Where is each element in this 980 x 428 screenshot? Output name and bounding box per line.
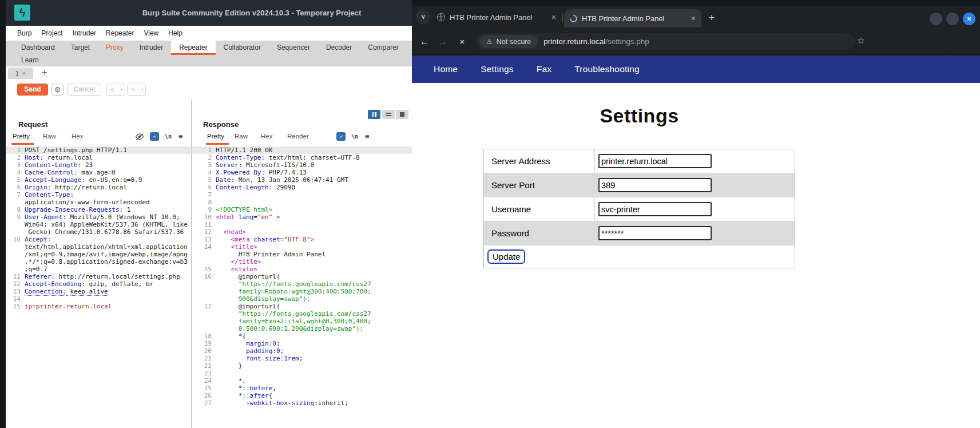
line-number: 18	[192, 332, 216, 340]
dropdown-icon[interactable]: ▾	[118, 88, 125, 92]
menu-item-view[interactable]: View	[144, 29, 158, 37]
editor-menu-icon[interactable]: ≡	[365, 132, 370, 141]
burp-tab-intruder[interactable]: Intruder	[132, 41, 171, 55]
stop-loading-icon[interactable]: ×	[455, 35, 469, 49]
response-editor[interactable]: 1HTTP/1.1 200 OK2Content-Type: text/html…	[192, 146, 412, 407]
burp-tab-sequencer[interactable]: Sequencer	[269, 41, 318, 55]
burp-tab-collaborator[interactable]: Collaborator	[216, 41, 269, 55]
browser-tab-2-active[interactable]: HTB Printer Admin Panel ×	[564, 9, 701, 27]
new-tab-button[interactable]: +	[705, 11, 719, 25]
url-text[interactable]: printer.return.local/settings.php	[543, 37, 649, 46]
code-line: 19 margin:0;	[192, 340, 412, 347]
cancel-button[interactable]: Cancel	[68, 84, 101, 96]
prev-request-button[interactable]: <▾	[106, 84, 125, 96]
browser-tab-1[interactable]: HTB Printer Admin Panel ×	[431, 9, 562, 26]
line-number: 4	[192, 169, 216, 176]
response-tab-pretty[interactable]: Pretty	[207, 133, 224, 140]
burp-tab-target[interactable]: Target	[63, 41, 98, 55]
pause-updates-button[interactable]	[368, 110, 380, 119]
security-chip[interactable]: ⚠ Not secure	[479, 35, 538, 48]
request-tab-raw[interactable]: Raw	[43, 133, 56, 140]
repeater-tab-1[interactable]: 1 ×	[8, 68, 33, 79]
send-button[interactable]: Send	[17, 84, 48, 96]
code-text: Accept-Encoding: gzip, deflate, br	[25, 280, 153, 288]
forward-icon[interactable]: →	[436, 35, 450, 49]
line-number	[192, 288, 216, 295]
burp-tab-proxy[interactable]: Proxy	[98, 41, 132, 55]
page-title: Settings	[483, 105, 795, 127]
not-secure-label: Not secure	[497, 38, 531, 46]
line-number: 8	[6, 206, 25, 213]
burp-tab-learn[interactable]: Learn	[13, 55, 47, 66]
gear-icon[interactable]: ⚙	[51, 84, 64, 96]
line-number: 27	[192, 399, 216, 407]
tab-search-chevron-icon[interactable]: ∨	[416, 9, 431, 24]
password-label: Password	[484, 228, 594, 238]
close-tab-icon[interactable]: ×	[691, 14, 696, 23]
line-number: 9	[192, 206, 216, 213]
nav-link-settings[interactable]: Settings	[481, 64, 514, 74]
menu-item-repeater[interactable]: Repeater	[106, 29, 134, 37]
server-port-field[interactable]	[598, 178, 712, 192]
repeater-item-tabbar: 1 × +	[6, 66, 412, 81]
horizontal-layout-button[interactable]	[382, 110, 395, 119]
tab-title: HTB Printer Admin Panel	[450, 13, 547, 22]
next-request-button[interactable]: >▾	[127, 84, 146, 96]
request-tab-hex[interactable]: Hex	[72, 133, 83, 140]
response-tab-hex[interactable]: Hex	[261, 133, 272, 140]
nav-link-troubleshooting[interactable]: Troubleshooting	[574, 64, 640, 74]
newline-toggle-icon[interactable]: \n	[351, 133, 358, 140]
editor-menu-icon[interactable]: ≡	[178, 132, 183, 141]
burp-tab-repeater[interactable]: Repeater	[171, 41, 215, 55]
back-icon[interactable]: ←	[418, 35, 431, 49]
word-wrap-icon[interactable]: ⤶	[336, 132, 346, 141]
username-field[interactable]	[598, 202, 712, 216]
code-text: <!DOCTYPE html>	[216, 206, 272, 213]
code-text: <html lang="en" >	[216, 213, 280, 221]
bookmark-star-icon[interactable]: ☆	[857, 35, 864, 46]
server-address-field[interactable]	[598, 154, 712, 168]
burp-tab-dashboard[interactable]: Dashboard	[13, 41, 63, 55]
menu-item-help[interactable]: Help	[168, 29, 182, 37]
response-tab-raw[interactable]: Raw	[235, 133, 248, 140]
close-tab-icon[interactable]: ×	[22, 70, 26, 77]
line-number	[6, 258, 25, 265]
code-line: 21 font-size:1rem;	[192, 355, 412, 362]
dropdown-icon[interactable]: ▾	[138, 88, 145, 92]
code-line: 9<!DOCTYPE html>	[192, 206, 412, 213]
username-label: Username	[484, 204, 594, 214]
close-tab-icon[interactable]: ×	[552, 13, 556, 22]
desktop-edge	[0, 0, 6, 428]
request-tab-pretty[interactable]: Pretty	[13, 133, 30, 140]
nav-link-home[interactable]: Home	[434, 64, 458, 74]
code-line: 24 *,	[192, 377, 412, 385]
minimize-button[interactable]	[930, 13, 942, 25]
newline-toggle-icon[interactable]: \n	[165, 133, 172, 140]
password-field[interactable]	[598, 226, 712, 240]
update-button[interactable]: Update	[487, 249, 525, 264]
nav-link-fax[interactable]: Fax	[537, 64, 552, 74]
close-window-button[interactable]: ×	[963, 13, 975, 25]
code-line: Win64; x64) AppleWebKit/537.36 (KHTML, l…	[6, 221, 191, 228]
response-tab-render[interactable]: Render	[287, 133, 309, 140]
maximize-button[interactable]	[946, 13, 959, 25]
code-line: 12Accept-Encoding: gzip, deflate, br	[6, 280, 191, 288]
line-number: 20	[192, 347, 216, 355]
hide-search-icon[interactable]	[135, 132, 144, 141]
new-repeater-tab-button[interactable]: +	[39, 66, 50, 79]
menu-item-burp[interactable]: Burp	[17, 29, 31, 37]
line-number	[6, 228, 25, 236]
menu-item-intruder[interactable]: Intruder	[73, 29, 96, 37]
code-text: family=Exo+2:ital,wght@0,300;0,400;	[216, 318, 371, 325]
code-text: ,*/*;q=0.8,application/signed-exchange;v…	[25, 258, 188, 265]
burp-titlebar[interactable]: ϟ Burp Suite Community Edition v2024.10.…	[6, 0, 412, 26]
tab-title: HTB Printer Admin Panel	[582, 14, 687, 23]
word-wrap-icon[interactable]: ⤶	[150, 132, 159, 141]
single-layout-button[interactable]	[396, 110, 408, 119]
menu-item-project[interactable]: Project	[41, 29, 62, 37]
code-text: HTB Printer Admin Panel	[216, 251, 326, 258]
address-bar[interactable]: ⚠ Not secure printer.return.local/settin…	[476, 33, 855, 50]
burp-tab-decoder[interactable]: Decoder	[318, 41, 360, 55]
burp-tab-comparer[interactable]: Comparer	[360, 41, 406, 55]
request-editor[interactable]: 1POST /settings.php HTTP/1.12Host: retur…	[6, 146, 191, 310]
